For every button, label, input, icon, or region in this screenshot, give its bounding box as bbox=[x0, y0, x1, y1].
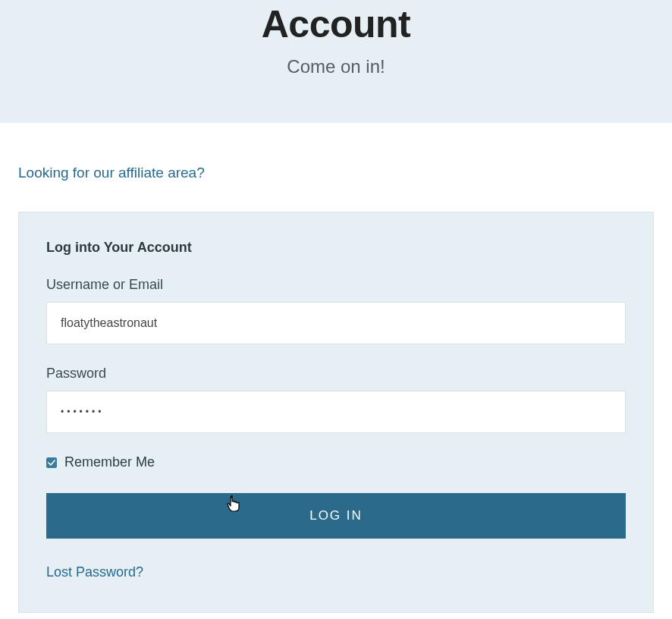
login-card: Log into Your Account Username or Email … bbox=[18, 212, 654, 613]
password-input[interactable] bbox=[46, 391, 626, 433]
password-label: Password bbox=[46, 366, 626, 382]
login-button[interactable]: LOG IN bbox=[46, 493, 626, 539]
page-content: Looking for our affiliate area? Log into… bbox=[0, 123, 672, 619]
login-card-title: Log into Your Account bbox=[46, 240, 626, 256]
lost-password-link[interactable]: Lost Password? bbox=[46, 564, 143, 580]
username-input[interactable] bbox=[46, 302, 626, 344]
check-icon bbox=[48, 459, 55, 467]
remember-me-label[interactable]: Remember Me bbox=[64, 454, 155, 470]
remember-me-row: Remember Me bbox=[46, 454, 626, 470]
password-field: Password bbox=[46, 366, 626, 433]
username-field: Username or Email bbox=[46, 277, 626, 344]
page-hero: Account Come on in! bbox=[0, 0, 672, 123]
page-subtitle: Come on in! bbox=[15, 56, 657, 77]
username-label: Username or Email bbox=[46, 277, 626, 293]
remember-me-checkbox[interactable] bbox=[46, 457, 57, 468]
affiliate-area-link[interactable]: Looking for our affiliate area? bbox=[18, 165, 205, 181]
page-title: Account bbox=[15, 0, 657, 46]
